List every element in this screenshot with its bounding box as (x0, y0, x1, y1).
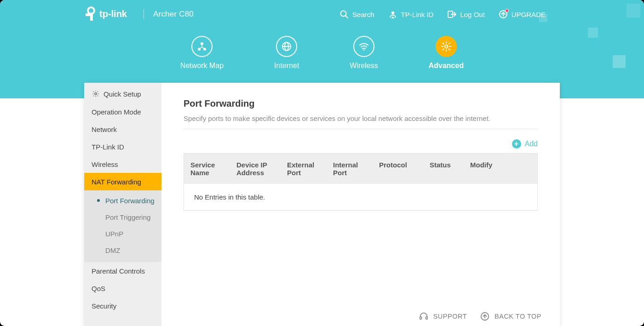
sidebar-sub-label: Port Forwarding (105, 197, 155, 205)
sidebar-sub-label: DMZ (105, 246, 121, 254)
arrow-up-circle-icon (480, 311, 490, 321)
sidebar-item-operation-mode[interactable]: Operation Mode (84, 103, 161, 120)
tplink-id-label: TP-Link ID (401, 11, 434, 18)
content-area: Port Forwarding Specify ports to make sp… (161, 83, 560, 326)
col-external-port: External Port (281, 154, 327, 184)
col-modify: Modify (464, 154, 537, 184)
nav-internet[interactable]: Internet (274, 36, 299, 82)
nav-wireless[interactable]: Wireless (350, 36, 378, 82)
table-empty-text: No Entries in this table. (184, 184, 537, 210)
globe-icon (281, 41, 292, 52)
sidebar-label: Network (92, 126, 117, 133)
svg-line-4 (345, 16, 348, 18)
sidebar-sub-label: Port Triggering (105, 213, 150, 221)
sidebar-label: Wireless (92, 160, 118, 168)
logout-icon (447, 10, 456, 19)
page-title: Port Forwarding (184, 98, 538, 109)
nav-label: Network Map (180, 62, 224, 70)
divider (184, 129, 538, 129)
cloud-user-icon (388, 10, 397, 19)
gear-icon (441, 41, 452, 52)
col-protocol: Protocol (373, 154, 423, 184)
sidebar-label: Operation Mode (92, 108, 141, 116)
svg-point-0 (88, 7, 94, 14)
upgrade-notification-dot (505, 9, 509, 12)
sidebar-sub-port-forwarding[interactable]: Port Forwarding (84, 192, 161, 209)
logout-label: Log Out (460, 11, 484, 18)
svg-point-15 (445, 45, 448, 48)
sidebar-label: QoS (92, 285, 105, 292)
svg-point-5 (391, 11, 394, 14)
search-button[interactable]: Search (339, 10, 374, 19)
port-forwarding-table: Service Name Device IP Address External … (184, 153, 538, 211)
nav-label: Wireless (350, 62, 378, 70)
top-bar: tp-link Archer C80 Search TP-Link ID Log… (0, 0, 644, 29)
support-button[interactable]: SUPPORT (419, 311, 467, 321)
col-status: Status (423, 154, 464, 184)
main-nav: Network Map Internet Wireless Advanced (0, 36, 644, 82)
model-name: Archer C80 (153, 10, 194, 19)
tplink-id-button[interactable]: TP-Link ID (388, 10, 434, 19)
support-label: SUPPORT (433, 313, 467, 320)
brand: tp-link Archer C80 (0, 6, 194, 23)
sidebar-label: Quick Setup (104, 90, 141, 98)
tplink-logo: tp-link (86, 6, 132, 23)
back-to-top-button[interactable]: BACK TO TOP (480, 311, 541, 321)
sidebar-item-wireless[interactable]: Wireless (84, 155, 161, 173)
sidebar-sub-upnp[interactable]: UPnP (84, 225, 161, 242)
content-footer: SUPPORT BACK TO TOP (419, 311, 541, 321)
svg-rect-2 (90, 13, 93, 21)
sidebar-item-parental-controls[interactable]: Parental Controls (84, 262, 161, 280)
add-button[interactable]: + Add (512, 139, 538, 149)
sidebar-sub-dmz[interactable]: DMZ (84, 242, 161, 258)
upgrade-button[interactable]: UPGRADE (499, 10, 546, 19)
svg-point-16 (95, 93, 97, 95)
sidebar-item-qos[interactable]: QoS (84, 280, 161, 297)
svg-rect-17 (420, 317, 421, 320)
col-device-ip: Device IP Address (230, 154, 281, 184)
active-dot-icon (97, 199, 100, 202)
svg-rect-1 (86, 13, 90, 16)
wifi-icon (358, 41, 369, 52)
add-label: Add (525, 140, 538, 148)
sidebar-sub-port-triggering[interactable]: Port Triggering (84, 209, 161, 225)
svg-point-14 (363, 50, 365, 51)
search-label: Search (352, 11, 374, 18)
sidebar-sub-label: UPnP (105, 230, 123, 238)
sidebar-item-tplink-id[interactable]: TP-Link ID (84, 138, 161, 155)
page-description: Specify ports to make specific devices o… (184, 114, 538, 129)
brand-text: tp-link (99, 9, 127, 19)
upgrade-label: UPGRADE (512, 11, 546, 18)
sidebar-item-security[interactable]: Security (84, 297, 161, 315)
logout-button[interactable]: Log Out (447, 10, 484, 19)
sidebar-label: Parental Controls (92, 267, 145, 275)
sidebar-item-quick-setup[interactable]: Quick Setup (84, 83, 161, 103)
nav-advanced[interactable]: Advanced (429, 36, 464, 82)
plus-icon: + (512, 139, 521, 149)
network-map-icon (197, 41, 207, 51)
gear-outline-icon (92, 90, 100, 98)
toolbar: Search TP-Link ID Log Out UPGRADE (339, 10, 631, 19)
sidebar-item-network[interactable]: Network (84, 120, 161, 138)
sidebar-label: TP-Link ID (92, 143, 124, 151)
nav-label: Advanced (429, 62, 464, 70)
nav-label: Internet (274, 62, 299, 70)
brand-divider (144, 9, 144, 19)
back-to-top-label: BACK TO TOP (494, 313, 541, 320)
svg-rect-18 (426, 317, 427, 320)
table-header-row: Service Name Device IP Address External … (184, 154, 537, 184)
col-internal-port: Internal Port (327, 154, 373, 184)
search-icon (339, 10, 349, 19)
headset-icon (419, 311, 429, 321)
col-service-name: Service Name (184, 154, 230, 184)
sidebar-label: NAT Forwarding (92, 178, 141, 186)
sidebar-item-nat-forwarding[interactable]: NAT Forwarding (84, 173, 161, 190)
sidebar: Quick Setup Operation Mode Network TP-Li… (84, 83, 161, 326)
main-panel: Quick Setup Operation Mode Network TP-Li… (84, 83, 560, 326)
sidebar-subgroup-nat: Port Forwarding Port Triggering UPnP DMZ (84, 190, 161, 262)
sidebar-label: Security (92, 302, 116, 310)
svg-point-8 (201, 42, 203, 45)
nav-network-map[interactable]: Network Map (180, 36, 224, 82)
